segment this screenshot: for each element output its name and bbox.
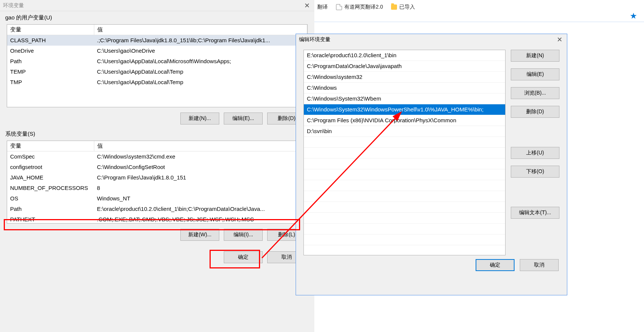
list-item-empty bbox=[304, 202, 505, 213]
var-name: Path bbox=[7, 56, 94, 67]
sys-vars-label: 系统变量(S) bbox=[0, 127, 314, 139]
move-up-button[interactable]: 上移(U) bbox=[511, 147, 559, 159]
table-row[interactable]: JAVA_HOMEC:\Program Files\Java\jdk1.8.0_… bbox=[7, 172, 307, 183]
var-value: C:\Windows\ConfigSetRoot bbox=[94, 162, 307, 172]
user-new-button[interactable]: 新建(N)... bbox=[180, 113, 219, 124]
var-value: 8 bbox=[94, 183, 307, 193]
star-icon[interactable]: ★ bbox=[630, 11, 637, 21]
list-item-empty bbox=[304, 180, 505, 191]
table-row[interactable]: PATHEXT.COM;.EXE;.BAT;.CMD;.VBS;.VBE;.JS… bbox=[7, 214, 307, 224]
edit-ok-button[interactable]: 确定 bbox=[476, 259, 515, 271]
list-item[interactable]: C:\ProgramData\Oracle\Java\javapath bbox=[304, 61, 505, 72]
var-value: C:\Users\gao\AppData\Local\Temp bbox=[94, 77, 307, 87]
var-name: JAVA_HOME bbox=[7, 172, 94, 183]
var-value: C:\Users\gao\OneDrive bbox=[94, 46, 307, 56]
sys-vars-table[interactable]: 变量 值 ComSpecC:\Windows\system32\cmd.exec… bbox=[7, 141, 308, 224]
list-item-empty bbox=[304, 148, 505, 159]
col-val-header[interactable]: 值 bbox=[94, 141, 307, 151]
move-down-button[interactable]: 下移(O) bbox=[511, 166, 559, 178]
browse-button[interactable]: 浏览(B)... bbox=[511, 87, 559, 99]
delete-button[interactable]: 删除(D) bbox=[511, 106, 559, 118]
list-item[interactable]: D:\svn\bin bbox=[304, 126, 505, 137]
list-item-empty bbox=[304, 137, 505, 148]
bookmark-translate[interactable]: 翻译 bbox=[317, 4, 328, 10]
table-row[interactable]: PathE:\oracle\product\10.2.0\client_1\bi… bbox=[7, 204, 307, 214]
table-row[interactable]: OSWindows_NT bbox=[7, 193, 307, 204]
var-value: .COM;.EXE;.BAT;.CMD;.VBS;.VBE;.JS;.JSE;.… bbox=[94, 214, 307, 224]
var-value: .;C:\Program Files\Java\jdk1.8.0_151\lib… bbox=[94, 35, 307, 46]
list-item-empty bbox=[304, 213, 505, 224]
close-icon[interactable]: ✕ bbox=[301, 0, 313, 11]
edit-button[interactable]: 编辑(E) bbox=[511, 68, 559, 80]
var-name: OS bbox=[7, 193, 94, 204]
edit-title-bar: 编辑环境变量 ✕ bbox=[296, 34, 567, 45]
var-name: PATHEXT bbox=[7, 214, 94, 224]
env-vars-window: 环境变量 ✕ gao 的用户变量(U) 变量 值 CLASS_PATH.;C:\… bbox=[0, 0, 314, 332]
table-row[interactable]: configsetrootC:\Windows\ConfigSetRoot bbox=[7, 162, 307, 172]
sys-new-button[interactable]: 新建(W)... bbox=[180, 229, 219, 241]
list-item-empty bbox=[304, 159, 505, 169]
env-title: 环境变量 bbox=[3, 2, 24, 9]
path-list[interactable]: E:\oracle\product\10.2.0\client_1\binC:\… bbox=[303, 50, 506, 255]
var-value: E:\oracle\product\10.2.0\client_1\bin;C:… bbox=[94, 204, 307, 214]
var-name: Path bbox=[7, 204, 94, 214]
var-value: C:\Users\gao\AppData\Local\Temp bbox=[94, 67, 307, 77]
table-row[interactable]: TMPC:\Users\gao\AppData\Local\Temp bbox=[7, 77, 307, 87]
var-name: NUMBER_OF_PROCESSORS bbox=[7, 183, 94, 193]
list-item-empty bbox=[304, 245, 505, 255]
bookmark-label: 已导入 bbox=[399, 4, 415, 10]
var-name: TEMP bbox=[7, 67, 94, 77]
new-button[interactable]: 新建(N) bbox=[511, 50, 559, 62]
bookmark-label: 有道网页翻译2.0 bbox=[344, 4, 383, 10]
var-name: CLASS_PATH bbox=[7, 35, 94, 46]
document-icon bbox=[336, 4, 342, 10]
list-item[interactable]: C:\Windows bbox=[304, 83, 505, 93]
list-item[interactable]: C:\Windows\system32 bbox=[304, 72, 505, 83]
edit-title: 编辑环境变量 bbox=[299, 36, 330, 43]
edit-text-button[interactable]: 编辑文本(T)... bbox=[511, 207, 559, 219]
close-icon[interactable]: ✕ bbox=[554, 34, 565, 45]
user-vars-table[interactable]: 变量 值 CLASS_PATH.;C:\Program Files\Java\j… bbox=[7, 24, 308, 107]
table-row[interactable]: ComSpecC:\Windows\system32\cmd.exe bbox=[7, 151, 307, 162]
var-value: C:\Windows\system32\cmd.exe bbox=[94, 151, 307, 162]
var-value: Windows_NT bbox=[94, 193, 307, 204]
list-item-empty bbox=[304, 169, 505, 180]
user-edit-button[interactable]: 编辑(E)... bbox=[224, 113, 263, 124]
var-value: C:\Program Files\Java\jdk1.8.0_151 bbox=[94, 172, 307, 183]
bookmark-label: 翻译 bbox=[317, 4, 328, 10]
col-val-header[interactable]: 值 bbox=[94, 25, 307, 35]
list-item-empty bbox=[304, 234, 505, 245]
list-item[interactable]: E:\oracle\product\10.2.0\client_1\bin bbox=[304, 50, 505, 61]
env-title-bar: 环境变量 ✕ bbox=[0, 0, 314, 11]
var-name: configsetroot bbox=[7, 162, 94, 172]
list-item-empty bbox=[304, 191, 505, 202]
background-divider bbox=[314, 22, 644, 22]
table-row[interactable]: NUMBER_OF_PROCESSORS8 bbox=[7, 183, 307, 193]
var-name: OneDrive bbox=[7, 46, 94, 56]
edit-env-window: 编辑环境变量 ✕ E:\oracle\product\10.2.0\client… bbox=[296, 34, 567, 295]
table-row[interactable]: CLASS_PATH.;C:\Program Files\Java\jdk1.8… bbox=[7, 35, 307, 46]
list-item[interactable]: C:\Program Files (x86)\NVIDIA Corporatio… bbox=[304, 115, 505, 126]
table-row[interactable]: OneDriveC:\Users\gao\OneDrive bbox=[7, 46, 307, 56]
table-row[interactable]: PathC:\Users\gao\AppData\Local\Microsoft… bbox=[7, 56, 307, 67]
list-item-empty bbox=[304, 224, 505, 234]
var-value: C:\Users\gao\AppData\Local\Microsoft\Win… bbox=[94, 56, 307, 67]
var-name: ComSpec bbox=[7, 151, 94, 162]
folder-icon bbox=[391, 4, 397, 10]
background-browser: 翻译 有道网页翻译2.0 已导入 ★ bbox=[314, 0, 644, 34]
list-item[interactable]: C:\Windows\System32\Wbem bbox=[304, 93, 505, 104]
var-name: TMP bbox=[7, 77, 94, 87]
list-item[interactable]: C:\Windows\System32\WindowsPowerShell\v1… bbox=[304, 104, 505, 115]
table-row[interactable]: TEMPC:\Users\gao\AppData\Local\Temp bbox=[7, 67, 307, 77]
edit-cancel-button[interactable]: 取消 bbox=[520, 259, 559, 271]
bookmark-youdao[interactable]: 有道网页翻译2.0 bbox=[336, 4, 383, 10]
col-var-header[interactable]: 变量 bbox=[7, 141, 94, 151]
col-var-header[interactable]: 变量 bbox=[7, 25, 94, 35]
sys-edit-button[interactable]: 编辑(I)... bbox=[224, 229, 263, 241]
bookmark-imported[interactable]: 已导入 bbox=[391, 4, 415, 10]
user-vars-label: gao 的用户变量(U) bbox=[0, 11, 314, 23]
env-ok-button[interactable]: 确定 bbox=[224, 251, 263, 263]
